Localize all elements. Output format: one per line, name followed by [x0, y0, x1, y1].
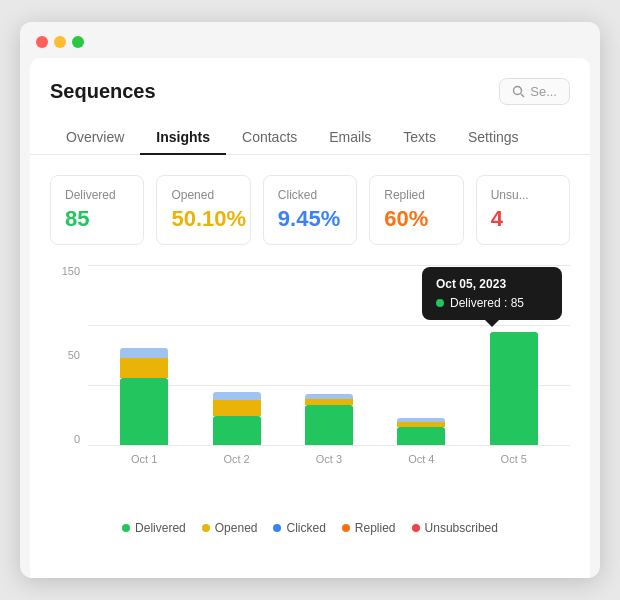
- metric-replied-label: Replied: [384, 188, 448, 202]
- svg-line-1: [521, 94, 524, 97]
- bar-delivered-oct3: [305, 405, 353, 445]
- tab-texts[interactable]: Texts: [387, 121, 452, 155]
- bar-clicked-oct1: [120, 348, 168, 358]
- bar-stack-oct5: [490, 332, 538, 445]
- bar-clicked-oct2: [213, 392, 261, 400]
- y-axis: 150 50 0: [50, 265, 80, 445]
- metric-opened-label: Opened: [171, 188, 235, 202]
- x-label-oct4: Oct 4: [391, 453, 451, 465]
- tab-overview[interactable]: Overview: [50, 121, 140, 155]
- bar-oct3: [305, 394, 353, 445]
- minimize-dot: [54, 36, 66, 48]
- close-dot: [36, 36, 48, 48]
- chart-area: 150 50 0: [30, 245, 590, 551]
- bar-stack-oct1: [120, 348, 168, 445]
- legend-dot-unsubscribed: [412, 524, 420, 532]
- chart-legend: Delivered Opened Clicked Replied Unsubsc…: [50, 485, 570, 551]
- bar-oct4: [397, 418, 445, 445]
- x-label-oct5: Oct 5: [484, 453, 544, 465]
- chart-container: 150 50 0: [50, 265, 570, 485]
- legend-label-delivered: Delivered: [135, 521, 186, 535]
- tab-settings[interactable]: Settings: [452, 121, 535, 155]
- x-label-oct1: Oct 1: [114, 453, 174, 465]
- metrics-row: Delivered 85 Opened 50.10% Clicked 9.45%…: [30, 155, 590, 245]
- metric-clicked: Clicked 9.45%: [263, 175, 357, 245]
- bar-opened-oct1: [120, 358, 168, 378]
- tabs-bar: Overview Insights Contacts Emails Texts …: [30, 105, 590, 155]
- bar-delivered-oct5: [490, 332, 538, 445]
- metric-unsubscribed-label: Unsu...: [491, 188, 555, 202]
- metric-delivered-value: 85: [65, 206, 129, 232]
- x-labels: Oct 1 Oct 2 Oct 3 Oct 4 Oct 5: [88, 453, 570, 465]
- tooltip-dot: [436, 299, 444, 307]
- legend-label-opened: Opened: [215, 521, 258, 535]
- x-label-oct3: Oct 3: [299, 453, 359, 465]
- app-window: Sequences Se... Overview Insights Contac…: [20, 22, 600, 578]
- tab-insights[interactable]: Insights: [140, 121, 226, 155]
- legend-opened: Opened: [202, 521, 258, 535]
- page-header: Sequences Se...: [30, 58, 590, 105]
- metric-clicked-value: 9.45%: [278, 206, 342, 232]
- tooltip-row: Delivered : 85: [436, 296, 548, 310]
- legend-label-clicked: Clicked: [286, 521, 325, 535]
- bar-delivered-oct4: [397, 427, 445, 445]
- tab-emails[interactable]: Emails: [313, 121, 387, 155]
- legend-dot-clicked: [273, 524, 281, 532]
- tooltip-date: Oct 05, 2023: [436, 277, 548, 291]
- metric-replied-value: 60%: [384, 206, 448, 232]
- search-icon: [512, 85, 525, 98]
- search-box[interactable]: Se...: [499, 78, 570, 105]
- legend-dot-replied: [342, 524, 350, 532]
- metric-opened-value: 50.10%: [171, 206, 235, 232]
- x-label-oct2: Oct 2: [207, 453, 267, 465]
- legend-label-unsubscribed: Unsubscribed: [425, 521, 498, 535]
- bar-oct2: [213, 392, 261, 445]
- legend-unsubscribed: Unsubscribed: [412, 521, 498, 535]
- bar-opened-oct2: [213, 400, 261, 416]
- bar-delivered-oct2: [213, 416, 261, 445]
- metric-replied: Replied 60%: [369, 175, 463, 245]
- tooltip-label: Delivered : 85: [450, 296, 524, 310]
- legend-replied: Replied: [342, 521, 396, 535]
- metric-clicked-label: Clicked: [278, 188, 342, 202]
- y-label-150: 150: [50, 265, 80, 277]
- bar-stack-oct2: [213, 392, 261, 445]
- metric-unsubscribed: Unsu... 4: [476, 175, 570, 245]
- metric-opened: Opened 50.10%: [156, 175, 250, 245]
- chart-tooltip: Oct 05, 2023 Delivered : 85: [422, 267, 562, 320]
- bar-oct1: [120, 348, 168, 445]
- search-label: Se...: [530, 84, 557, 99]
- legend-delivered: Delivered: [122, 521, 186, 535]
- y-label-50: 50: [50, 349, 80, 361]
- bar-delivered-oct1: [120, 378, 168, 445]
- bar-stack-oct4: [397, 418, 445, 445]
- main-content: Sequences Se... Overview Insights Contac…: [30, 58, 590, 578]
- metric-delivered-label: Delivered: [65, 188, 129, 202]
- metric-delivered: Delivered 85: [50, 175, 144, 245]
- tab-contacts[interactable]: Contacts: [226, 121, 313, 155]
- y-label-0: 0: [50, 433, 80, 445]
- page-title: Sequences: [50, 80, 156, 103]
- svg-point-0: [514, 87, 522, 95]
- maximize-dot: [72, 36, 84, 48]
- legend-dot-opened: [202, 524, 210, 532]
- legend-label-replied: Replied: [355, 521, 396, 535]
- legend-clicked: Clicked: [273, 521, 325, 535]
- metric-unsubscribed-value: 4: [491, 206, 555, 232]
- bar-oct5: [490, 332, 538, 445]
- legend-dot-delivered: [122, 524, 130, 532]
- bar-stack-oct3: [305, 394, 353, 445]
- title-bar: [20, 22, 600, 48]
